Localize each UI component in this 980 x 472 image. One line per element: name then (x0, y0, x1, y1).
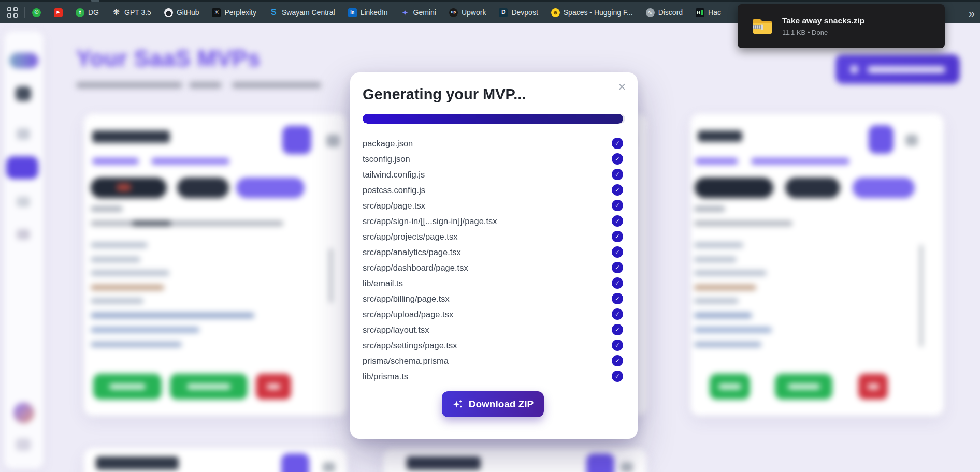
file-name: package.json (363, 139, 413, 149)
bookmark-item[interactable]: ✆ (32, 8, 41, 17)
sidebar-icon (17, 197, 30, 207)
sidebar-icon (16, 86, 31, 101)
file-row: src/app/page.tsx ✓ (363, 198, 625, 213)
check-icon: ✓ (612, 184, 623, 196)
bookmark-item[interactable]: ✳ Perplexity (212, 8, 256, 17)
card-app-icon (281, 453, 309, 472)
file-name: lib/email.ts (363, 278, 403, 288)
file-row: prisma/schema.prisma ✓ (363, 353, 625, 368)
file-name: src/app/settings/page.tsx (363, 341, 457, 350)
bookmark-item[interactable]: up Upwork (449, 8, 486, 17)
file-row: tailwind.config.js ✓ (363, 167, 625, 182)
bookmarks-overflow-chevron[interactable]: » (969, 7, 975, 21)
file-name: src/app/billing/page.tsx (363, 294, 450, 304)
code-line (694, 342, 761, 347)
check-icon: ✓ (612, 371, 623, 382)
card-app-icon (586, 453, 614, 472)
sidebar-icon (16, 438, 31, 451)
card-app-icon (869, 125, 893, 154)
download-zip-button[interactable]: Download ZIP (442, 391, 544, 417)
tech-pill (853, 178, 915, 198)
project-card (84, 448, 347, 472)
code-line (91, 242, 148, 248)
bookmark-item[interactable]: in LinkedIn (348, 8, 388, 17)
page-subtitle-placeholder (76, 82, 182, 89)
check-icon: ✓ (612, 231, 623, 242)
page-title: Your SaaS MVPs (76, 46, 261, 71)
card-app-icon (282, 126, 311, 154)
card-menu-icon (905, 135, 918, 146)
bookmark-item[interactable]: ❋ GPT 3.5 (112, 8, 151, 17)
file-row: src/app/analytics/page.tsx ✓ (363, 244, 625, 260)
code-line (91, 270, 169, 276)
bookmark-item[interactable]: ✦ Gemini (401, 8, 436, 17)
new-mvp-button (835, 54, 960, 84)
card-title-placeholder (92, 130, 170, 143)
scrollbar-thumb (329, 248, 332, 303)
check-icon: ✓ (612, 324, 623, 335)
bookmark-item[interactable]: ▶ (54, 8, 63, 17)
avatar (13, 403, 34, 423)
green-button (775, 374, 832, 400)
code-line (91, 327, 199, 333)
bookmark-item[interactable]: S Swayam Central (269, 8, 335, 17)
file-name: src/app/analytics/page.tsx (363, 247, 461, 257)
code-line (694, 257, 737, 262)
tech-pill (785, 178, 840, 198)
check-icon: ✓ (612, 340, 623, 351)
card-title-placeholder (698, 130, 742, 142)
devpost-icon: D (499, 8, 508, 17)
check-icon: ✓ (612, 246, 623, 258)
bookmark-item[interactable]: ∿ Discord (646, 8, 683, 17)
bookmark-item[interactable]: GitHub (164, 8, 199, 17)
check-icon: ✓ (612, 262, 623, 273)
app-logo (9, 53, 38, 68)
apps-grid-icon[interactable] (7, 7, 18, 18)
generating-mvp-modal: Generating your MVP... ✕ package.json ✓ … (350, 72, 638, 439)
dg-icon: t (76, 8, 84, 17)
upwork-icon: up (449, 8, 458, 17)
text-placeholder (91, 220, 283, 226)
file-row: src/app/layout.tsx ✓ (363, 322, 625, 337)
green-button (710, 374, 750, 400)
scrollbar-thumb (920, 245, 923, 347)
tech-pill (695, 178, 773, 198)
download-notification[interactable]: Take away snacks.zip 11.1 KB • Done (738, 4, 945, 48)
card-link-placeholder (751, 158, 849, 165)
file-row: postcss.config.js ✓ (363, 182, 625, 198)
bookmark-item[interactable]: H Hac (696, 8, 721, 17)
bookmark-item[interactable]: ☻ Spaces - Hugging F... (551, 8, 633, 17)
close-icon[interactable]: ✕ (615, 80, 629, 94)
sidebar-item-active (6, 156, 38, 179)
delete-button (858, 374, 888, 400)
card-title-placeholder (407, 456, 481, 470)
bookmark-item[interactable]: D Devpost (499, 8, 538, 17)
check-icon: ✓ (612, 169, 623, 180)
browser-window: ✆ ▶ t DG ❋ GPT 3.5 GitHub ✳ Perplexity S… (0, 0, 980, 472)
delete-button (256, 374, 291, 400)
file-name: tsconfig.json (363, 154, 410, 164)
card-menu-icon (621, 462, 633, 472)
green-button (170, 374, 248, 400)
check-icon: ✓ (612, 277, 623, 289)
card-link-placeholder (92, 158, 139, 165)
check-icon: ✓ (612, 355, 623, 366)
swayam-icon: S (269, 8, 278, 17)
text-placeholder (694, 206, 725, 212)
file-name: lib/prisma.ts (363, 372, 408, 381)
project-card (84, 114, 347, 416)
progress-bar-fill (363, 114, 623, 124)
page-background: Your SaaS MVPs (0, 23, 980, 472)
file-name: src/app/upload/page.tsx (363, 309, 453, 319)
code-line (694, 270, 767, 276)
perplexity-icon: ✳ (212, 8, 221, 17)
page-subtitle-placeholder (232, 82, 321, 89)
check-icon: ✓ (612, 293, 623, 304)
file-row: src/app/upload/page.tsx ✓ (363, 306, 625, 322)
file-row: package.json ✓ (363, 136, 625, 151)
bookmark-item[interactable]: t DG (76, 8, 99, 17)
file-name: prisma/schema.prisma (363, 356, 449, 366)
gemini-icon: ✦ (401, 8, 410, 17)
file-row: src/app/settings/page.tsx ✓ (363, 337, 625, 353)
discord-icon: ∿ (646, 8, 655, 17)
